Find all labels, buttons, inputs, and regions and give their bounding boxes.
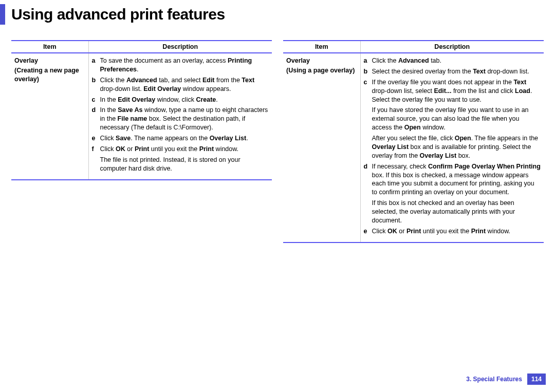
- step-text: Click OK or Print until you exit the Pri…: [100, 145, 269, 154]
- hdr-desc: Description: [360, 41, 544, 53]
- step: eClick Save. The name appears on the Ove…: [92, 134, 269, 143]
- step-body: If necessary, check Confirm Page Overlay…: [372, 162, 541, 225]
- left-column: Item Description Overlay (Creating a new…: [11, 40, 272, 243]
- step-letter: c: [92, 96, 100, 104]
- step: eClick OK or Print until you exit the Pr…: [364, 227, 541, 236]
- step-letter: e: [364, 227, 372, 236]
- step-letter: d: [92, 106, 100, 132]
- step-text: Click the Advanced tab, and select Edit …: [100, 76, 269, 94]
- item-title: Overlay: [286, 57, 310, 64]
- step-text: Select the desired overlay from the Text…: [372, 67, 541, 76]
- step-text: Click the Advanced tab.: [372, 57, 541, 65]
- item-subtitle: (Creating a new page overlay): [14, 66, 85, 84]
- step: bClick the Advanced tab, and select Edit…: [92, 76, 269, 94]
- right-table: Item Description Overlay (Using a page o…: [283, 40, 544, 243]
- item-cell: Overlay (Using a page overlay): [283, 53, 360, 242]
- step-body: Click OK or Print until you exit the Pri…: [372, 227, 541, 236]
- footer-page-number: 114: [527, 374, 546, 385]
- hdr-item: Item: [283, 41, 360, 53]
- step-letter: f: [92, 145, 100, 173]
- right-column: Item Description Overlay (Using a page o…: [283, 40, 544, 243]
- step-letter: a: [92, 57, 100, 74]
- step-text: If this box is not checked and an overla…: [372, 199, 541, 225]
- step-letter: e: [92, 134, 100, 143]
- step-letter: d: [364, 162, 372, 225]
- step: cIn the Edit Overlay window, click Creat…: [92, 96, 269, 104]
- step: fClick OK or Print until you exit the Pr…: [92, 145, 269, 173]
- steps-left: aTo save the document as an overlay, acc…: [92, 57, 269, 173]
- step-body: If the overlay file you want does not ap…: [372, 78, 541, 160]
- page-title: Using advanced print features: [11, 4, 225, 25]
- page-footer: 3. Special Features 114: [466, 374, 546, 385]
- title-accent-bar: [0, 4, 5, 25]
- step-text: After you select the file, click Open. T…: [372, 134, 541, 160]
- step-body: Click OK or Print until you exit the Pri…: [100, 145, 269, 173]
- steps-right: aClick the Advanced tab.bSelect the desi…: [364, 57, 541, 236]
- step-text: In the Save As window, type a name up to…: [100, 106, 269, 132]
- table-row: Overlay (Creating a new page overlay) aT…: [11, 53, 272, 180]
- step-text: If necessary, check Confirm Page Overlay…: [372, 162, 541, 197]
- step: bSelect the desired overlay from the Tex…: [364, 67, 541, 76]
- step-letter: c: [364, 78, 372, 160]
- step-text: The file is not printed. Instead, it is …: [100, 156, 269, 173]
- left-table: Item Description Overlay (Creating a new…: [11, 40, 272, 180]
- step: dIn the Save As window, type a name up t…: [92, 106, 269, 132]
- step-body: In the Edit Overlay window, click Create…: [100, 96, 269, 104]
- step-text: If you have stored the overlay file you …: [372, 106, 541, 132]
- step-text: Click OK or Print until you exit the Pri…: [372, 227, 541, 236]
- step: aClick the Advanced tab.: [364, 57, 541, 65]
- step-text: If the overlay file you want does not ap…: [372, 78, 541, 104]
- desc-cell: aClick the Advanced tab.bSelect the desi…: [360, 53, 544, 242]
- hdr-desc: Description: [88, 41, 272, 53]
- step-letter: b: [364, 67, 372, 76]
- step: dIf necessary, check Confirm Page Overla…: [364, 162, 541, 225]
- item-subtitle: (Using a page overlay): [286, 66, 357, 75]
- step-text: In the Edit Overlay window, click Create…: [100, 96, 269, 104]
- step-body: Click the Advanced tab, and select Edit …: [100, 76, 269, 94]
- step: cIf the overlay file you want does not a…: [364, 78, 541, 160]
- item-title: Overlay: [14, 57, 38, 64]
- step-text: Click Save. The name appears on the Over…: [100, 134, 269, 143]
- item-cell: Overlay (Creating a new page overlay): [11, 53, 88, 180]
- desc-cell: aTo save the document as an overlay, acc…: [88, 53, 272, 180]
- step-text: To save the document as an overlay, acce…: [100, 57, 269, 74]
- footer-section: 3. Special Features: [466, 376, 522, 383]
- step-body: Click the Advanced tab.: [372, 57, 541, 65]
- step-body: To save the document as an overlay, acce…: [100, 57, 269, 74]
- step-body: Select the desired overlay from the Text…: [372, 67, 541, 76]
- step-letter: b: [92, 76, 100, 94]
- step: aTo save the document as an overlay, acc…: [92, 57, 269, 74]
- table-row: Overlay (Using a page overlay) aClick th…: [283, 53, 544, 242]
- step-body: In the Save As window, type a name up to…: [100, 106, 269, 132]
- step-letter: a: [364, 57, 372, 65]
- step-body: Click Save. The name appears on the Over…: [100, 134, 269, 143]
- hdr-item: Item: [11, 41, 88, 53]
